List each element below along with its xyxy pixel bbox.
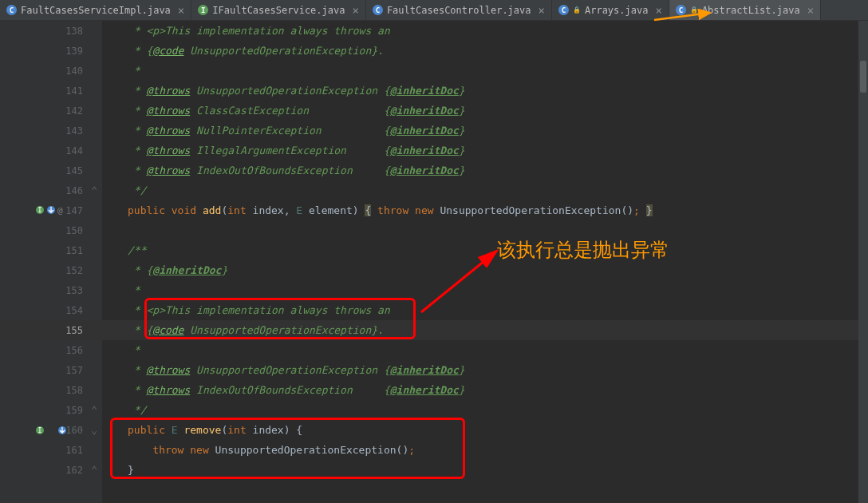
code-line: * @throws UnsupportedOperationException …: [102, 360, 868, 380]
code-line: * @throws IndexOutOfBoundsException {@in…: [102, 160, 868, 180]
class-icon: C: [373, 5, 383, 15]
code-line: * {@code UnsupportedOperationException}.: [102, 41, 868, 61]
line-number: I 160⌄: [0, 420, 102, 440]
code-line: /**: [102, 240, 868, 260]
annotation-label: 该执行总是抛出异常: [497, 237, 669, 263]
code-line: * @throws IllegalArgumentException {@inh…: [102, 141, 868, 160]
line-number: 150: [0, 220, 102, 240]
line-number: 158: [0, 380, 102, 400]
interface-icon: I: [198, 5, 208, 15]
tab-faultcasesserviceimpl[interactable]: C FaultCasesServiceImpl.java ×: [0, 0, 191, 20]
svg-text:I: I: [38, 427, 42, 434]
close-icon[interactable]: ×: [352, 4, 358, 17]
tab-label: FaultCasesController.java: [387, 5, 531, 16]
close-icon[interactable]: ×: [178, 4, 184, 17]
line-number: 145: [0, 160, 102, 180]
code-line: * @throws NullPointerException {@inherit…: [102, 121, 868, 141]
code-line: * {@code UnsupportedOperationException}.: [102, 320, 868, 340]
class-icon: C: [558, 5, 569, 15]
code-line: * @throws ClassCastException {@inheritDo…: [102, 101, 868, 121]
line-number: 159⌃: [0, 400, 102, 420]
code-area[interactable]: * <p>This implementation always throws a…: [102, 21, 868, 503]
code-line: * <p>This implementation always throws a…: [102, 21, 868, 41]
line-number: 138: [0, 21, 102, 41]
scroll-thumb[interactable]: [860, 61, 866, 93]
code-line: * @throws UnsupportedOperationException …: [102, 81, 868, 101]
fold-icon[interactable]: ⌄: [91, 424, 97, 436]
line-number: 146⌃: [0, 180, 102, 200]
implements-icon[interactable]: I: [35, 205, 45, 215]
gutter: 138 139 140 141 142 143 144 145 146⌃ I @…: [0, 21, 102, 503]
line-number: 144: [0, 141, 102, 160]
code-editor[interactable]: 138 139 140 141 142 143 144 145 146⌃ I @…: [0, 21, 868, 503]
line-number: 152: [0, 260, 102, 280]
override-icon[interactable]: [57, 426, 67, 435]
line-number: 161: [0, 440, 102, 460]
line-number: I @ 147: [0, 200, 102, 220]
close-icon[interactable]: ×: [539, 4, 545, 17]
tab-faultcasescontroller[interactable]: C FaultCasesController.java ×: [366, 0, 552, 20]
code-line: *: [102, 340, 868, 360]
fold-icon[interactable]: ⌃: [91, 184, 97, 196]
scrollbar[interactable]: [858, 21, 868, 503]
class-icon: C: [6, 5, 17, 15]
gutter-markers[interactable]: I @: [35, 205, 63, 216]
override-icon[interactable]: [46, 205, 56, 215]
tab-label: Arrays.java: [585, 5, 648, 16]
tab-label: IFaultCasesService.java: [212, 5, 345, 16]
tab-label: FaultCasesServiceImpl.java: [21, 5, 171, 16]
lock-icon: 🔒: [573, 6, 581, 14]
line-number: 153: [0, 280, 102, 300]
at-icon[interactable]: @: [57, 205, 63, 216]
line-number: 162⌃: [0, 460, 102, 480]
line-number: 143: [0, 121, 102, 141]
fold-icon[interactable]: ⌃: [91, 404, 97, 416]
code-line: */: [102, 180, 868, 200]
implements-icon[interactable]: I: [35, 426, 45, 435]
line-number: 151: [0, 240, 102, 260]
code-line: */: [102, 400, 868, 420]
line-number: 154: [0, 300, 102, 320]
tab-abstractlist[interactable]: C 🔒 AbstractList.java ×: [669, 0, 821, 20]
code-line: }: [102, 460, 868, 480]
line-number: 141: [0, 81, 102, 101]
fold-icon[interactable]: ⌃: [91, 464, 97, 476]
code-line: *: [102, 61, 868, 81]
code-line: public E remove(int index) {: [102, 420, 868, 440]
editor-tabs: C FaultCasesServiceImpl.java × I IFaultC…: [0, 0, 868, 21]
code-line: throw new UnsupportedOperationException(…: [102, 440, 868, 460]
lock-icon: 🔒: [690, 6, 698, 14]
line-number: 156: [0, 340, 102, 360]
close-icon[interactable]: ×: [807, 4, 814, 17]
line-number: 139: [0, 41, 102, 61]
class-icon: C: [676, 5, 686, 15]
code-line: * @throws IndexOutOfBoundsException {@in…: [102, 380, 868, 400]
line-number: 140: [0, 61, 102, 81]
tab-ifaultcasesservice[interactable]: I IFaultCasesService.java ×: [191, 0, 366, 20]
close-icon[interactable]: ×: [655, 4, 661, 17]
code-line: public void add(int index, E element) { …: [102, 200, 868, 220]
tab-label: AbstractList.java: [702, 5, 800, 16]
svg-text:I: I: [38, 207, 42, 214]
code-line: * <p>This implementation always throws a…: [102, 300, 868, 320]
line-number: 155: [0, 320, 102, 340]
code-line: [102, 220, 868, 240]
tab-arrays[interactable]: C 🔒 Arrays.java ×: [552, 0, 669, 20]
line-number: 157: [0, 360, 102, 380]
line-number: 142: [0, 101, 102, 121]
code-line: * {@inheritDoc}: [102, 260, 868, 280]
gutter-markers[interactable]: I: [35, 426, 67, 435]
code-line: *: [102, 280, 868, 300]
